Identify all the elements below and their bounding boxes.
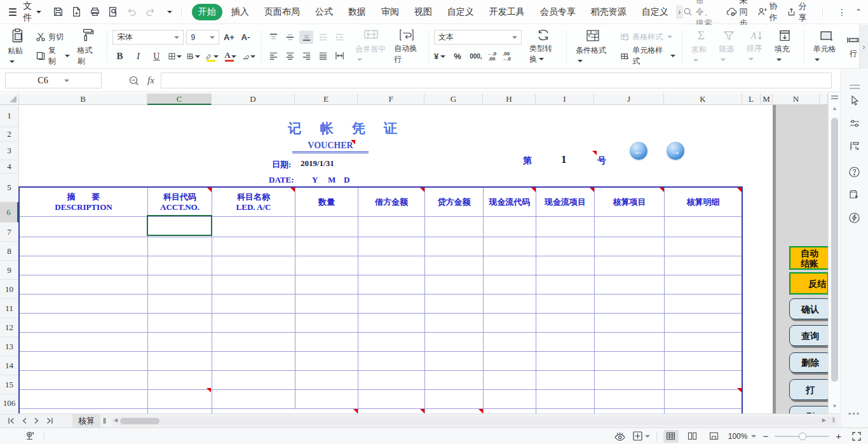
table-cell[interactable] xyxy=(20,314,148,332)
eraser-button[interactable] xyxy=(241,50,255,63)
column-header-M[interactable]: M xyxy=(761,94,773,105)
table-cell[interactable] xyxy=(148,352,212,370)
zoom-level[interactable]: 100% xyxy=(728,432,748,441)
grow-font-button[interactable]: A+ xyxy=(222,31,236,44)
reading-mode-icon[interactable] xyxy=(632,431,650,441)
wrap-text-button[interactable]: 自动换行 xyxy=(390,27,423,66)
sort-button[interactable]: A 排序 xyxy=(743,29,771,64)
table-cell[interactable] xyxy=(148,333,212,351)
merge-center-button[interactable]: 合并居中 xyxy=(351,28,390,65)
table-cell[interactable] xyxy=(536,295,595,313)
query-button[interactable]: 查询 xyxy=(789,325,828,346)
tabs-overflow-button[interactable]: › xyxy=(676,5,683,19)
table-cell[interactable] xyxy=(425,333,484,351)
table-cell[interactable] xyxy=(665,390,742,408)
table-cell[interactable] xyxy=(358,390,425,408)
table-cell[interactable] xyxy=(20,256,148,275)
column-header-I[interactable]: I xyxy=(536,94,594,105)
table-cell[interactable] xyxy=(595,333,665,351)
align-middle-icon[interactable] xyxy=(283,31,297,44)
table-cell[interactable] xyxy=(595,314,665,332)
table-cell[interactable] xyxy=(20,295,148,313)
table-cell[interactable] xyxy=(20,217,148,237)
distribute-icon[interactable] xyxy=(332,49,346,62)
tab-review[interactable]: 审阅 xyxy=(375,4,405,20)
confirm-button[interactable]: 确认 xyxy=(789,298,828,319)
cell-style-button[interactable]: 单元格样式 xyxy=(619,49,676,63)
panel-handle-icon[interactable] xyxy=(850,85,860,89)
table-cell[interactable] xyxy=(148,390,212,408)
table-cell[interactable] xyxy=(536,237,595,256)
export-icon[interactable] xyxy=(70,6,83,18)
cells-button[interactable]: 单元格 xyxy=(809,28,843,65)
vertical-scrollbar[interactable]: ▲ ▼ xyxy=(828,92,840,413)
table-header-cell[interactable]: 借方金额 xyxy=(358,188,425,216)
align-bottom-icon[interactable] xyxy=(299,31,313,44)
table-footer-cell[interactable]: 附单据 xyxy=(20,409,148,413)
table-cell[interactable] xyxy=(484,314,536,332)
row-header-2[interactable]: 2 xyxy=(0,127,19,142)
delete-button[interactable]: 删除 xyxy=(789,352,828,373)
fill-button[interactable]: 填充 xyxy=(771,28,799,65)
table-cell[interactable] xyxy=(148,314,212,332)
bold-button[interactable]: B xyxy=(112,50,126,63)
tab-insert[interactable]: 插入 xyxy=(225,4,255,20)
column-header-E[interactable]: E xyxy=(295,94,358,105)
print-icon[interactable] xyxy=(88,6,101,18)
formula-input[interactable] xyxy=(161,73,832,88)
table-cell[interactable] xyxy=(665,314,742,332)
table-cell[interactable] xyxy=(484,237,536,256)
table-cell[interactable] xyxy=(595,390,665,408)
table-cell[interactable] xyxy=(665,256,742,275)
table-cell[interactable] xyxy=(295,275,358,294)
table-cell[interactable] xyxy=(425,256,484,275)
table-cell[interactable] xyxy=(484,295,536,313)
table-cell[interactable] xyxy=(295,217,358,237)
table-header-cell[interactable]: 核算明细 xyxy=(665,188,742,216)
table-cell[interactable] xyxy=(595,256,665,275)
ribbon-expand-button[interactable]: › xyxy=(859,25,868,69)
conditional-format-button[interactable]: 条件格式 xyxy=(572,27,614,66)
table-header-cell[interactable]: 科目名称LED. A/C xyxy=(212,188,295,216)
table-footer-cell[interactable] xyxy=(425,409,484,413)
table-cell[interactable] xyxy=(595,295,665,313)
zoom-out-button[interactable]: − xyxy=(763,431,768,441)
copy-button[interactable]: 复制 xyxy=(34,49,71,63)
quick-tools-ic[interactable] xyxy=(847,210,862,225)
filter-button[interactable]: 筛选 xyxy=(715,28,743,65)
column-header-N[interactable]: N xyxy=(773,94,820,105)
tab-formulas[interactable]: 公式 xyxy=(309,4,339,20)
column-header-F[interactable]: F xyxy=(358,94,424,105)
tab-split-handle[interactable]: ‖ xyxy=(103,417,106,426)
table-cell[interactable] xyxy=(358,333,425,351)
table-cell[interactable] xyxy=(665,217,742,237)
number-format-select[interactable]: 文本 xyxy=(434,30,522,45)
tab-custom-1[interactable]: 自定义 xyxy=(441,4,480,20)
active-cell-selection[interactable] xyxy=(147,215,212,236)
paste-button[interactable]: 粘贴 xyxy=(4,26,32,67)
select-cursor-icon[interactable] xyxy=(847,93,862,108)
table-cell[interactable] xyxy=(425,237,484,256)
redo-icon[interactable] xyxy=(144,6,156,18)
table-cell[interactable] xyxy=(20,371,148,389)
first-sheet-icon[interactable] xyxy=(8,417,15,424)
table-cell[interactable] xyxy=(295,237,358,256)
column-header-C[interactable]: C xyxy=(147,94,212,105)
horizontal-scrollbar[interactable]: ◀ ▶ ‖ xyxy=(111,417,837,426)
next-voucher-button[interactable]: → xyxy=(667,142,684,160)
table-cell[interactable] xyxy=(665,333,742,351)
italic-button[interactable]: I xyxy=(131,50,145,63)
more-tools-icon[interactable]: ••• xyxy=(848,409,861,419)
page-break-view-icon[interactable] xyxy=(707,430,722,443)
table-cell[interactable] xyxy=(148,237,212,256)
table-cell[interactable] xyxy=(148,371,212,389)
table-cell[interactable] xyxy=(425,314,484,332)
hscroll-split-handle[interactable]: ‖ xyxy=(832,417,835,424)
borders-button[interactable] xyxy=(168,50,182,63)
table-cell[interactable] xyxy=(20,275,148,294)
table-header-cell[interactable]: 核算项目 xyxy=(595,188,665,216)
tab-data[interactable]: 数据 xyxy=(342,4,372,20)
row-header-10[interactable]: 10 xyxy=(0,280,19,299)
table-footer-cell[interactable] xyxy=(665,409,742,413)
percent-button[interactable]: % xyxy=(451,50,465,63)
